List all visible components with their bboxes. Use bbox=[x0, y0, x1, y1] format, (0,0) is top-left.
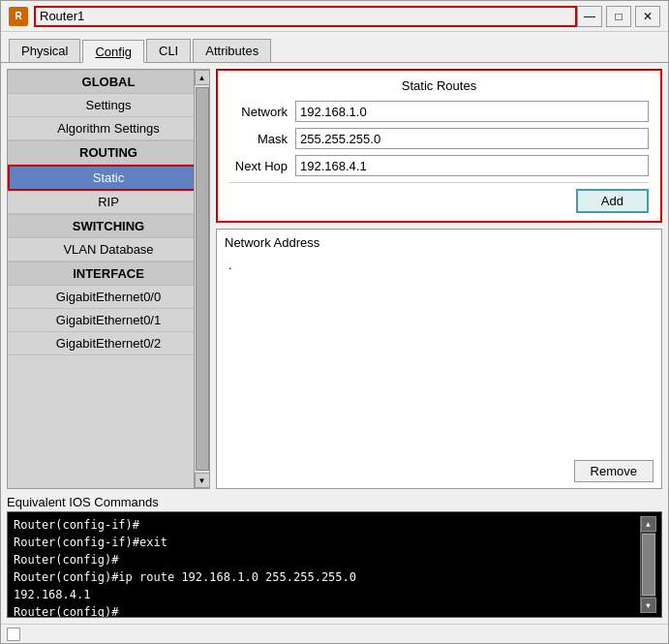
form-divider bbox=[229, 182, 649, 183]
footer bbox=[1, 624, 668, 643]
network-address-actions: Remove bbox=[225, 460, 654, 482]
remove-button[interactable]: Remove bbox=[574, 460, 654, 482]
sidebar-section-switching: SWITCHING bbox=[8, 214, 209, 238]
sidebar-item-gigabit0-0[interactable]: GigabitEthernet0/0 bbox=[8, 286, 209, 309]
window-title: Router1 bbox=[34, 6, 577, 27]
sidebar-item-vlan-database[interactable]: VLAN Database bbox=[8, 238, 209, 261]
sidebar-item-gigabit0-2[interactable]: GigabitEthernet0/2 bbox=[8, 332, 209, 355]
sidebar-section-interface: INTERFACE bbox=[8, 261, 209, 286]
mask-label: Mask bbox=[229, 132, 295, 146]
scroll-up-arrow[interactable]: ▲ bbox=[195, 70, 210, 85]
main-window: R Router1 — □ ✕ Physical Config CLI Attr… bbox=[0, 0, 669, 644]
main-content: GLOBAL Settings Algorithm Settings ROUTI… bbox=[1, 63, 668, 495]
sidebar-scrollbar: ▲ ▼ bbox=[194, 70, 209, 488]
ios-commands-text: Router(config-if)# Router(config-if)#exi… bbox=[14, 516, 640, 613]
title-bar: R Router1 — □ ✕ bbox=[1, 1, 668, 32]
network-address-title: Network Address bbox=[225, 235, 654, 250]
sidebar-section-routing: ROUTING bbox=[8, 140, 209, 165]
sidebar: GLOBAL Settings Algorithm Settings ROUTI… bbox=[7, 69, 210, 489]
network-label: Network bbox=[229, 105, 295, 119]
right-panel: Static Routes Network Mask Next Hop Add bbox=[216, 69, 662, 489]
sidebar-item-static[interactable]: Static bbox=[8, 165, 209, 191]
ios-scrollbar: ▲ ▼ bbox=[640, 516, 655, 613]
footer-checkbox[interactable] bbox=[7, 628, 20, 641]
tab-cli[interactable]: CLI bbox=[146, 39, 191, 62]
sidebar-item-algorithm-settings[interactable]: Algorithm Settings bbox=[8, 117, 209, 140]
scroll-thumb[interactable] bbox=[196, 87, 209, 471]
nexthop-label: Next Hop bbox=[229, 159, 295, 173]
sidebar-item-settings[interactable]: Settings bbox=[8, 94, 209, 117]
minimize-button[interactable]: — bbox=[577, 6, 602, 27]
app-icon-letter: R bbox=[15, 11, 21, 21]
ios-scroll-down[interactable]: ▼ bbox=[641, 598, 656, 613]
scroll-down-arrow[interactable]: ▼ bbox=[195, 473, 210, 488]
network-address-content: . bbox=[225, 254, 654, 456]
sidebar-item-rip[interactable]: RIP bbox=[8, 191, 209, 214]
tab-config[interactable]: Config bbox=[82, 40, 144, 63]
tab-physical[interactable]: Physical bbox=[9, 39, 80, 62]
window-controls: — □ ✕ bbox=[577, 6, 660, 27]
maximize-button[interactable]: □ bbox=[606, 6, 631, 27]
ios-commands-box: Router(config-if)# Router(config-if)#exi… bbox=[7, 511, 662, 618]
mask-row: Mask bbox=[229, 128, 649, 149]
tab-attributes[interactable]: Attributes bbox=[193, 39, 271, 62]
nexthop-row: Next Hop bbox=[229, 155, 649, 176]
sidebar-item-gigabit0-1[interactable]: GigabitEthernet0/1 bbox=[8, 309, 209, 332]
close-button[interactable]: ✕ bbox=[635, 6, 660, 27]
add-row: Add bbox=[229, 189, 649, 213]
add-button[interactable]: Add bbox=[576, 189, 649, 213]
network-row: Network bbox=[229, 101, 649, 122]
static-routes-title: Static Routes bbox=[229, 78, 649, 93]
bottom-panel: Equivalent IOS Commands Router(config-if… bbox=[1, 495, 668, 624]
tab-bar: Physical Config CLI Attributes bbox=[1, 32, 668, 63]
network-address-box: Network Address . Remove bbox=[216, 229, 662, 489]
ios-scroll-thumb[interactable] bbox=[642, 534, 655, 596]
mask-input[interactable] bbox=[295, 128, 649, 149]
sidebar-section-global: GLOBAL bbox=[8, 70, 209, 94]
app-icon: R bbox=[9, 7, 28, 26]
sidebar-inner: GLOBAL Settings Algorithm Settings ROUTI… bbox=[8, 70, 209, 488]
ios-scroll-up[interactable]: ▲ bbox=[641, 516, 656, 532]
network-input[interactable] bbox=[295, 101, 649, 122]
nexthop-input[interactable] bbox=[295, 155, 649, 176]
static-routes-box: Static Routes Network Mask Next Hop Add bbox=[216, 69, 662, 223]
ios-commands-label: Equivalent IOS Commands bbox=[7, 495, 662, 509]
